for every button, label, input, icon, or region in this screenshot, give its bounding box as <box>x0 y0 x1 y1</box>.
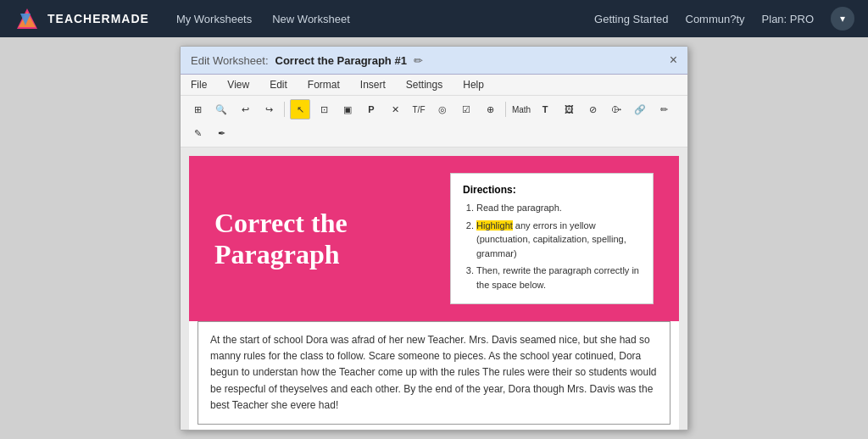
title-section: Correct the Paragraph Directions: Read t… <box>189 156 679 321</box>
tool-p[interactable]: P <box>361 99 381 119</box>
top-nav: TEACHERMADE My Worksheets New Worksheet … <box>0 0 868 37</box>
tool-circle[interactable]: ◎ <box>432 99 453 119</box>
menu-insert[interactable]: Insert <box>357 77 389 92</box>
direction-2-highlight: Highlight <box>476 220 513 231</box>
toolbar: ⊞ 🔍 ↩ ↪ ↖ ⊡ ▣ P ✕ T/F ◎ ☑ ⊕ Math T 🖼 ⊘ ⌱… <box>181 96 687 147</box>
tool-select[interactable]: ↖ <box>290 99 310 119</box>
close-button[interactable]: × <box>670 53 677 67</box>
my-worksheets-link[interactable]: My Worksheets <box>176 13 252 25</box>
nav-right: Getting Started Commun?ty Plan: PRO ▾ <box>594 7 854 31</box>
worksheet-panel: Edit Worksheet: Correct the Paragraph #1… <box>180 46 688 431</box>
community-link[interactable]: Commun?ty <box>686 13 745 25</box>
directions-box: Directions: Read the paragraph. Highligh… <box>450 173 654 304</box>
new-worksheet-link[interactable]: New Worksheet <box>272 13 350 25</box>
direction-1: Read the paragraph. <box>476 201 641 215</box>
logo-area: TEACHERMADE <box>14 5 149 32</box>
main-area: Edit Worksheet: Correct the Paragraph #1… <box>0 37 868 439</box>
tool-text[interactable]: T <box>535 99 555 119</box>
directions-title: Directions: <box>463 182 641 197</box>
tool-link[interactable]: 🔗 <box>630 99 650 119</box>
tool-box[interactable]: ▣ <box>337 99 358 119</box>
tool-plus[interactable]: ⊕ <box>480 99 500 119</box>
toolbar-separator-2 <box>505 102 506 117</box>
direction-3: Then, rewrite the paragraph correctly in… <box>476 264 641 292</box>
menu-bar: File View Edit Format Insert Settings He… <box>181 75 687 96</box>
worksheet-content: Correct the Paragraph Directions: Read t… <box>189 156 679 430</box>
tool-redo[interactable]: ↪ <box>259 99 279 119</box>
menu-view[interactable]: View <box>224 77 253 92</box>
toolbar-separator-1 <box>284 102 285 117</box>
tool-highlight[interactable]: ✎ <box>187 123 208 143</box>
tool-screen[interactable]: ⊞ <box>187 99 208 119</box>
paragraph-text: At the start of school Dora was afrad of… <box>210 334 657 411</box>
tool-shapes[interactable]: ⊘ <box>582 99 603 119</box>
worksheet-title: Correct the Paragraph <box>214 208 433 270</box>
tool-stamp[interactable]: ⌱ <box>606 99 626 119</box>
tool-undo[interactable]: ↩ <box>235 99 255 119</box>
user-icon-arrow: ▾ <box>840 13 845 25</box>
directions-list: Read the paragraph. Highlight any errors… <box>463 201 641 292</box>
tool-zoom[interactable]: 🔍 <box>211 99 231 119</box>
menu-file[interactable]: File <box>187 77 210 92</box>
logo-text: TEACHERMADE <box>47 12 149 25</box>
menu-format[interactable]: Format <box>304 77 343 92</box>
panel-header-label: Edit Worksheet: <box>191 54 269 67</box>
user-avatar[interactable]: ▾ <box>831 7 854 31</box>
tool-x[interactable]: ✕ <box>385 99 405 119</box>
tool-marker[interactable]: ✒ <box>211 123 231 143</box>
logo-icon <box>14 5 41 32</box>
menu-settings[interactable]: Settings <box>403 77 446 92</box>
paragraph-section: At the start of school Dora was afrad of… <box>198 321 670 425</box>
menu-help[interactable]: Help <box>459 77 487 92</box>
getting-started-link[interactable]: Getting Started <box>594 13 668 25</box>
panel-header-left: Edit Worksheet: Correct the Paragraph #1… <box>191 54 423 67</box>
content-area[interactable]: Correct the Paragraph Directions: Read t… <box>181 147 687 430</box>
tool-check[interactable]: ☑ <box>456 99 476 119</box>
menu-edit[interactable]: Edit <box>266 77 291 92</box>
tool-tf[interactable]: T/F <box>409 99 429 119</box>
panel-title: Correct the Paragraph #1 <box>275 54 407 67</box>
tool-frame[interactable]: ⊡ <box>314 99 334 119</box>
plan-badge: Plan: PRO <box>762 13 814 25</box>
tool-image[interactable]: 🖼 <box>559 99 579 119</box>
tool-math[interactable]: Math <box>511 99 531 119</box>
edit-title-icon[interactable]: ✏ <box>414 54 423 67</box>
panel-header: Edit Worksheet: Correct the Paragraph #1… <box>181 47 687 75</box>
direction-2: Highlight any errors in yellow (punctuat… <box>476 219 641 261</box>
tool-pen[interactable]: ✏ <box>654 99 674 119</box>
